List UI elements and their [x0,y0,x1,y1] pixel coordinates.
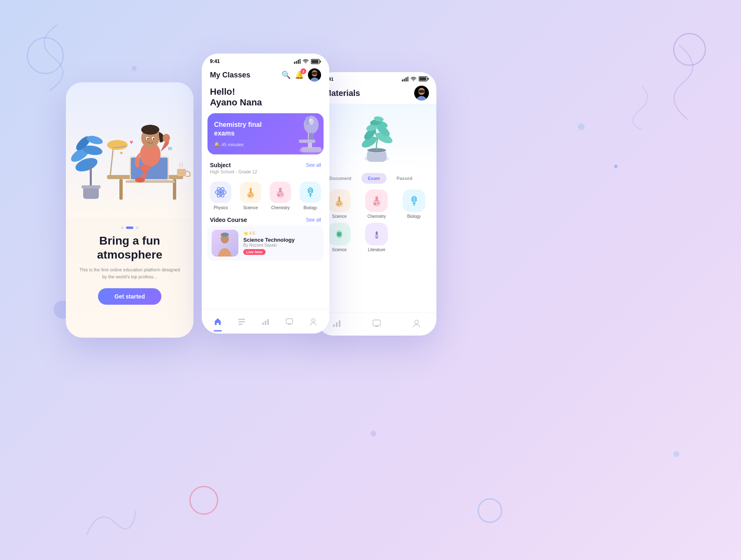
status-bar-center: 9:41 [202,54,329,67]
chemistry-icon-right [365,189,388,212]
wifi-icon-right [410,77,417,82]
svg-point-102 [340,203,341,204]
subject-section-title: Subject [210,162,231,168]
video-section: ⭐ 4.6 Science Technology By Nozomi Sasak… [202,224,329,262]
svg-point-106 [377,202,378,203]
physics-icon [210,182,231,203]
biology-label: Biology [303,205,317,210]
video-info: ⭐ 4.6 Science Technology By Nozomi Sasak… [243,231,295,255]
phone-materials: 9:41 Materials [317,72,436,336]
notification-icon[interactable]: 🔔 [295,70,304,79]
filter-exam[interactable]: Exam [361,173,387,184]
svg-rect-58 [249,192,252,193]
svg-rect-32 [294,62,295,64]
signal-icon-right [402,77,408,82]
svg-rect-62 [278,191,282,192]
svg-rect-72 [238,324,242,325]
user-avatar-center[interactable] [308,68,321,82]
nav-messages-right[interactable] [372,319,381,330]
phone-my-classes: 9:41 My Classes 🔍 [202,54,329,334]
subject-physics[interactable]: Physics [210,182,231,210]
subject-literature-right[interactable]: Literature [360,223,394,252]
header-right: Materials [317,84,436,104]
status-time: 9:41 [210,58,220,64]
subject-chemistry[interactable]: Chemistry [270,182,291,210]
nav-home[interactable] [214,317,222,326]
svg-rect-10 [119,179,123,200]
svg-point-50 [310,119,311,121]
biology-icon-right [403,189,425,212]
subjects-right-section: Science Chemistry Biology [317,187,436,254]
literature-icon-right [365,223,388,245]
get-started-button[interactable]: Get started [98,288,161,305]
svg-point-41 [312,72,317,75]
dot-indicator [77,226,182,229]
nav-stats[interactable] [261,317,270,326]
svg-text:✉: ✉ [168,146,172,152]
svg-text:★: ★ [119,150,124,155]
video-see-all[interactable]: See all [306,217,321,223]
subject-science[interactable]: Science [240,182,261,210]
svg-rect-83 [419,77,426,81]
user-avatar-right[interactable] [414,86,429,100]
video-card[interactable]: ⭐ 4.6 Science Technology By Nozomi Sasak… [207,226,324,261]
svg-rect-33 [296,61,297,64]
signal-icon [294,59,301,64]
filter-passed[interactable]: Passed [390,173,419,184]
dot-1 [121,226,124,229]
subject-biology-right[interactable]: Biology [397,189,431,219]
nav-profile-right[interactable] [412,319,421,330]
svg-rect-103 [338,201,341,202]
svg-rect-71 [238,321,245,322]
svg-rect-74 [265,321,266,325]
plant-illustration [352,110,401,163]
wifi-icon [303,59,309,64]
literature-label-right: Literature [368,247,385,252]
svg-rect-100 [338,196,340,201]
svg-rect-75 [267,319,269,325]
subject-see-all[interactable]: See all [306,162,321,168]
svg-point-101 [337,203,339,205]
svg-point-21 [141,125,159,135]
welcome-subtitle: This is the first online education platf… [77,266,182,280]
svg-rect-73 [262,322,264,325]
plant-area [317,104,436,170]
page-title-center: My Classes [210,71,250,79]
nav-courses[interactable] [238,317,246,326]
exam-banner[interactable]: Chemistry final exams 🔔 45 minutes [207,113,324,154]
svg-point-61 [281,194,282,195]
svg-point-87 [418,90,425,93]
welcome-text-area: Bring a fun atmosphere This is the first… [66,218,193,313]
biology-icon [300,182,321,203]
svg-point-49 [309,118,314,125]
welcome-title: Bring a fun atmosphere [77,234,182,261]
svg-point-77 [312,319,315,322]
nav-messages[interactable] [285,317,294,326]
svg-rect-76 [286,319,293,324]
subjects-grid-center: Physics Science Chemistry Biology [202,178,329,213]
search-icon[interactable]: 🔍 [282,70,291,79]
status-icons [294,59,321,64]
physics-label: Physics [214,205,228,210]
dot-2 [126,226,133,229]
subject-biology[interactable]: Biology [300,182,321,210]
svg-rect-107 [375,200,379,201]
chemistry-label: Chemistry [271,205,290,210]
bottom-nav-right [317,313,436,336]
science-icon [240,182,261,203]
header-center: My Classes 🔍 🔔 [202,67,329,86]
greeting-section: Hello! Ayano Nana [202,86,329,113]
video-author: By Nozomi Sasaki [243,243,295,247]
battery-icon-right [419,76,429,82]
video-rating: ⭐ 4.6 [243,231,295,236]
svg-rect-14 [126,180,175,183]
svg-rect-7 [83,187,99,199]
status-bar-right: 9:41 [317,72,436,84]
svg-rect-78 [402,79,403,82]
svg-rect-116 [339,320,340,327]
grade-text: High School - Grade 12 [202,169,329,178]
nav-stats-right[interactable] [332,319,341,330]
filter-tabs: Document Exam Passed [317,170,436,187]
subject-chemistry-right[interactable]: Chemistry [360,189,394,219]
nav-profile[interactable] [309,317,317,326]
